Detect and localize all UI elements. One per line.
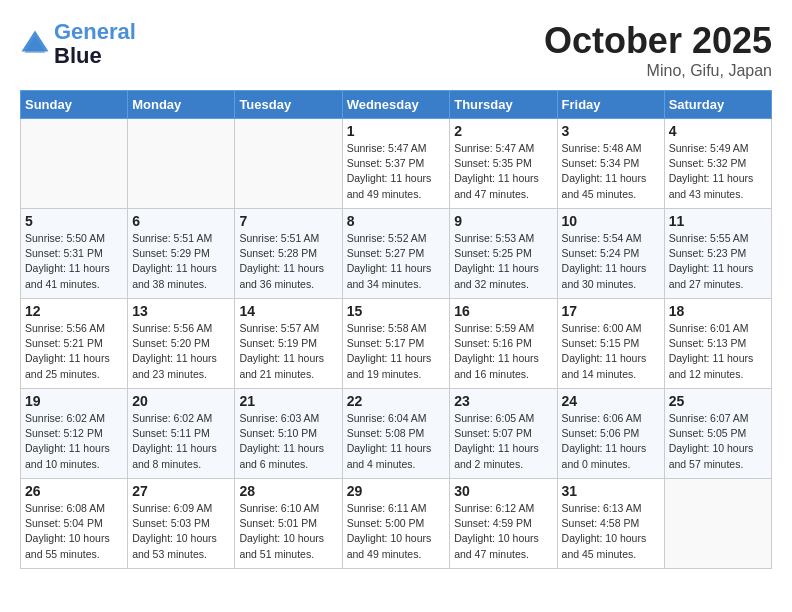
day-number: 30 (454, 483, 552, 499)
calendar-cell: 11Sunrise: 5:55 AM Sunset: 5:23 PM Dayli… (664, 209, 771, 299)
day-info: Sunrise: 6:13 AM Sunset: 4:58 PM Dayligh… (562, 501, 660, 562)
calendar-cell: 27Sunrise: 6:09 AM Sunset: 5:03 PM Dayli… (128, 479, 235, 569)
day-info: Sunrise: 5:51 AM Sunset: 5:28 PM Dayligh… (239, 231, 337, 292)
day-info: Sunrise: 6:04 AM Sunset: 5:08 PM Dayligh… (347, 411, 446, 472)
calendar-cell: 1Sunrise: 5:47 AM Sunset: 5:37 PM Daylig… (342, 119, 450, 209)
title-block: October 2025 Mino, Gifu, Japan (544, 20, 772, 80)
calendar-cell: 5Sunrise: 5:50 AM Sunset: 5:31 PM Daylig… (21, 209, 128, 299)
month-title: October 2025 (544, 20, 772, 62)
calendar-cell (235, 119, 342, 209)
calendar-cell: 10Sunrise: 5:54 AM Sunset: 5:24 PM Dayli… (557, 209, 664, 299)
day-number: 3 (562, 123, 660, 139)
day-info: Sunrise: 6:11 AM Sunset: 5:00 PM Dayligh… (347, 501, 446, 562)
calendar-cell: 7Sunrise: 5:51 AM Sunset: 5:28 PM Daylig… (235, 209, 342, 299)
day-number: 1 (347, 123, 446, 139)
calendar-cell: 3Sunrise: 5:48 AM Sunset: 5:34 PM Daylig… (557, 119, 664, 209)
calendar-cell: 2Sunrise: 5:47 AM Sunset: 5:35 PM Daylig… (450, 119, 557, 209)
day-info: Sunrise: 5:47 AM Sunset: 5:37 PM Dayligh… (347, 141, 446, 202)
calendar-week-5: 26Sunrise: 6:08 AM Sunset: 5:04 PM Dayli… (21, 479, 772, 569)
calendar-cell: 13Sunrise: 5:56 AM Sunset: 5:20 PM Dayli… (128, 299, 235, 389)
calendar-cell: 15Sunrise: 5:58 AM Sunset: 5:17 PM Dayli… (342, 299, 450, 389)
day-number: 6 (132, 213, 230, 229)
day-number: 15 (347, 303, 446, 319)
day-number: 19 (25, 393, 123, 409)
day-number: 29 (347, 483, 446, 499)
weekday-header-monday: Monday (128, 91, 235, 119)
day-number: 27 (132, 483, 230, 499)
day-number: 21 (239, 393, 337, 409)
day-number: 26 (25, 483, 123, 499)
weekday-header-tuesday: Tuesday (235, 91, 342, 119)
day-info: Sunrise: 6:06 AM Sunset: 5:06 PM Dayligh… (562, 411, 660, 472)
day-number: 4 (669, 123, 767, 139)
calendar-cell: 23Sunrise: 6:05 AM Sunset: 5:07 PM Dayli… (450, 389, 557, 479)
day-info: Sunrise: 6:00 AM Sunset: 5:15 PM Dayligh… (562, 321, 660, 382)
calendar-week-2: 5Sunrise: 5:50 AM Sunset: 5:31 PM Daylig… (21, 209, 772, 299)
calendar-cell: 6Sunrise: 5:51 AM Sunset: 5:29 PM Daylig… (128, 209, 235, 299)
day-number: 14 (239, 303, 337, 319)
calendar-cell: 22Sunrise: 6:04 AM Sunset: 5:08 PM Dayli… (342, 389, 450, 479)
calendar-cell: 28Sunrise: 6:10 AM Sunset: 5:01 PM Dayli… (235, 479, 342, 569)
calendar-cell: 17Sunrise: 6:00 AM Sunset: 5:15 PM Dayli… (557, 299, 664, 389)
calendar-cell (128, 119, 235, 209)
weekday-header-thursday: Thursday (450, 91, 557, 119)
calendar-cell (21, 119, 128, 209)
calendar-table: SundayMondayTuesdayWednesdayThursdayFrid… (20, 90, 772, 569)
day-number: 16 (454, 303, 552, 319)
day-info: Sunrise: 6:05 AM Sunset: 5:07 PM Dayligh… (454, 411, 552, 472)
day-number: 12 (25, 303, 123, 319)
day-number: 2 (454, 123, 552, 139)
calendar-cell: 16Sunrise: 5:59 AM Sunset: 5:16 PM Dayli… (450, 299, 557, 389)
weekday-header-wednesday: Wednesday (342, 91, 450, 119)
weekday-header-saturday: Saturday (664, 91, 771, 119)
calendar-cell: 9Sunrise: 5:53 AM Sunset: 5:25 PM Daylig… (450, 209, 557, 299)
day-info: Sunrise: 6:09 AM Sunset: 5:03 PM Dayligh… (132, 501, 230, 562)
day-info: Sunrise: 5:53 AM Sunset: 5:25 PM Dayligh… (454, 231, 552, 292)
day-info: Sunrise: 5:50 AM Sunset: 5:31 PM Dayligh… (25, 231, 123, 292)
calendar-cell: 18Sunrise: 6:01 AM Sunset: 5:13 PM Dayli… (664, 299, 771, 389)
day-info: Sunrise: 6:01 AM Sunset: 5:13 PM Dayligh… (669, 321, 767, 382)
day-info: Sunrise: 5:49 AM Sunset: 5:32 PM Dayligh… (669, 141, 767, 202)
day-info: Sunrise: 5:47 AM Sunset: 5:35 PM Dayligh… (454, 141, 552, 202)
calendar-cell: 19Sunrise: 6:02 AM Sunset: 5:12 PM Dayli… (21, 389, 128, 479)
day-info: Sunrise: 5:58 AM Sunset: 5:17 PM Dayligh… (347, 321, 446, 382)
page-header: GeneralBlue October 2025 Mino, Gifu, Jap… (20, 20, 772, 80)
day-number: 28 (239, 483, 337, 499)
calendar-cell: 14Sunrise: 5:57 AM Sunset: 5:19 PM Dayli… (235, 299, 342, 389)
weekday-header-friday: Friday (557, 91, 664, 119)
calendar-week-1: 1Sunrise: 5:47 AM Sunset: 5:37 PM Daylig… (21, 119, 772, 209)
day-number: 22 (347, 393, 446, 409)
day-number: 31 (562, 483, 660, 499)
day-number: 10 (562, 213, 660, 229)
day-info: Sunrise: 5:54 AM Sunset: 5:24 PM Dayligh… (562, 231, 660, 292)
day-number: 17 (562, 303, 660, 319)
day-info: Sunrise: 6:02 AM Sunset: 5:12 PM Dayligh… (25, 411, 123, 472)
calendar-week-3: 12Sunrise: 5:56 AM Sunset: 5:21 PM Dayli… (21, 299, 772, 389)
calendar-cell: 31Sunrise: 6:13 AM Sunset: 4:58 PM Dayli… (557, 479, 664, 569)
day-info: Sunrise: 6:12 AM Sunset: 4:59 PM Dayligh… (454, 501, 552, 562)
weekday-header-sunday: Sunday (21, 91, 128, 119)
day-info: Sunrise: 6:02 AM Sunset: 5:11 PM Dayligh… (132, 411, 230, 472)
day-number: 24 (562, 393, 660, 409)
calendar-cell: 12Sunrise: 5:56 AM Sunset: 5:21 PM Dayli… (21, 299, 128, 389)
calendar-cell: 29Sunrise: 6:11 AM Sunset: 5:00 PM Dayli… (342, 479, 450, 569)
day-info: Sunrise: 6:03 AM Sunset: 5:10 PM Dayligh… (239, 411, 337, 472)
day-info: Sunrise: 5:56 AM Sunset: 5:21 PM Dayligh… (25, 321, 123, 382)
logo: GeneralBlue (20, 20, 136, 68)
day-info: Sunrise: 6:07 AM Sunset: 5:05 PM Dayligh… (669, 411, 767, 472)
calendar-cell: 25Sunrise: 6:07 AM Sunset: 5:05 PM Dayli… (664, 389, 771, 479)
day-info: Sunrise: 5:55 AM Sunset: 5:23 PM Dayligh… (669, 231, 767, 292)
day-number: 13 (132, 303, 230, 319)
day-number: 5 (25, 213, 123, 229)
day-info: Sunrise: 5:51 AM Sunset: 5:29 PM Dayligh… (132, 231, 230, 292)
calendar-cell: 8Sunrise: 5:52 AM Sunset: 5:27 PM Daylig… (342, 209, 450, 299)
calendar-week-4: 19Sunrise: 6:02 AM Sunset: 5:12 PM Dayli… (21, 389, 772, 479)
day-info: Sunrise: 5:59 AM Sunset: 5:16 PM Dayligh… (454, 321, 552, 382)
logo-text: GeneralBlue (54, 20, 136, 68)
day-number: 11 (669, 213, 767, 229)
day-number: 18 (669, 303, 767, 319)
calendar-cell: 30Sunrise: 6:12 AM Sunset: 4:59 PM Dayli… (450, 479, 557, 569)
location-subtitle: Mino, Gifu, Japan (544, 62, 772, 80)
calendar-cell: 20Sunrise: 6:02 AM Sunset: 5:11 PM Dayli… (128, 389, 235, 479)
day-info: Sunrise: 5:57 AM Sunset: 5:19 PM Dayligh… (239, 321, 337, 382)
